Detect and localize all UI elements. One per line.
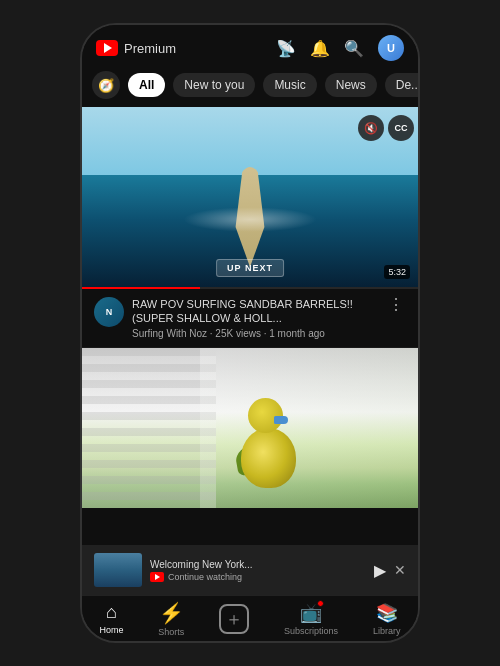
explore-tab[interactable]: 🧭 xyxy=(92,71,120,99)
mute-button[interactable]: 🔇 xyxy=(358,115,384,141)
water-spray xyxy=(183,207,317,232)
mini-player-title: Welcoming New York... xyxy=(150,559,366,570)
phone-frame: Premium 📡 🔔 🔍 U 🧭 All New to you Music N… xyxy=(80,23,420,643)
library-label: Library xyxy=(373,626,401,636)
notification-badge xyxy=(317,600,324,607)
nav-shorts[interactable]: ⚡ Shorts xyxy=(158,601,184,637)
home-label: Home xyxy=(99,625,123,635)
tab-news[interactable]: News xyxy=(325,73,377,97)
header: Premium 📡 🔔 🔍 U xyxy=(82,25,418,67)
more-options-button[interactable]: ⋮ xyxy=(386,295,406,314)
mini-continue-label: Continue watching xyxy=(168,572,242,582)
logo-area: Premium xyxy=(96,40,176,56)
tab-all[interactable]: All xyxy=(128,73,165,97)
tab-music[interactable]: Music xyxy=(263,73,316,97)
bottom-navigation: ⌂ Home ⚡ Shorts ＋ 📺 Subscriptions 📚 Libr… xyxy=(82,595,418,641)
home-icon: ⌂ xyxy=(106,602,117,623)
cast-icon[interactable]: 📡 xyxy=(276,39,296,58)
bird xyxy=(236,408,306,488)
app-title: Premium xyxy=(124,41,176,56)
nav-create[interactable]: ＋ xyxy=(219,604,249,634)
tab-new-to-you[interactable]: New to you xyxy=(173,73,255,97)
bird-body-main xyxy=(241,428,296,488)
mini-youtube-icon xyxy=(150,572,164,582)
search-icon[interactable]: 🔍 xyxy=(344,39,364,58)
nav-subscriptions[interactable]: 📺 Subscriptions xyxy=(284,602,338,636)
main-video-player[interactable]: 🔇 CC UP NEXT 5:32 xyxy=(82,107,418,287)
second-video-thumbnail[interactable] xyxy=(82,348,418,508)
header-icons: 📡 🔔 🔍 U xyxy=(276,35,404,61)
mini-player-info: Welcoming New York... Continue watching xyxy=(150,559,366,582)
video-duration: 5:32 xyxy=(384,265,410,279)
avatar[interactable]: U xyxy=(378,35,404,61)
video-info: N RAW POV SURFING SANDBAR BARRELS!! (SUP… xyxy=(82,289,418,348)
video-text: RAW POV SURFING SANDBAR BARRELS!! (SUPER… xyxy=(132,297,378,339)
filter-tabs: 🧭 All New to you Music News De... xyxy=(82,67,418,107)
mini-thumb-image xyxy=(94,553,142,587)
nav-library[interactable]: 📚 Library xyxy=(373,602,401,636)
video-meta: Surfing With Noz · 25K views · 1 month a… xyxy=(132,328,378,339)
library-icon: 📚 xyxy=(376,602,398,624)
mini-player-thumbnail xyxy=(94,553,142,587)
shorts-label: Shorts xyxy=(158,627,184,637)
subtitles-button[interactable]: CC xyxy=(388,115,414,141)
nav-home[interactable]: ⌂ Home xyxy=(99,602,123,635)
bird-beak xyxy=(274,416,288,424)
youtube-icon xyxy=(96,40,118,56)
channel-thumbnail[interactable]: N xyxy=(94,297,124,327)
up-next-badge: UP NEXT xyxy=(216,259,284,277)
notification-icon[interactable]: 🔔 xyxy=(310,39,330,58)
video-progress-fill xyxy=(82,287,200,289)
video-title: RAW POV SURFING SANDBAR BARRELS!! (SUPER… xyxy=(132,297,378,326)
create-icon: ＋ xyxy=(219,604,249,634)
shorts-icon: ⚡ xyxy=(159,601,184,625)
mini-close-button[interactable]: ✕ xyxy=(394,562,406,578)
mini-play-button[interactable]: ▶ xyxy=(374,561,386,580)
compass-icon: 🧭 xyxy=(98,78,114,93)
mini-player-sub: Continue watching xyxy=(150,572,366,582)
window-light xyxy=(200,348,418,508)
subscriptions-label: Subscriptions xyxy=(284,626,338,636)
video-progress-bar[interactable] xyxy=(82,287,418,289)
mini-player: Welcoming New York... Continue watching … xyxy=(82,545,418,595)
tab-de[interactable]: De... xyxy=(385,73,418,97)
window-blinds xyxy=(82,348,216,508)
